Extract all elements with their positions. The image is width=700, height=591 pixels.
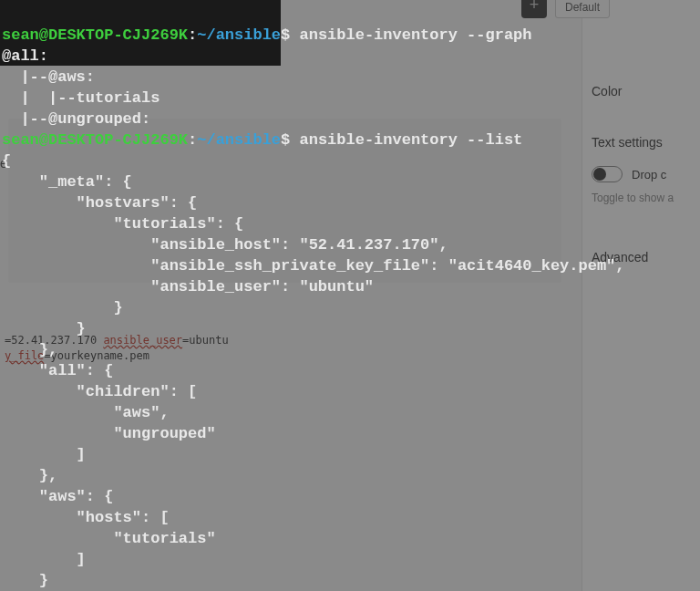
- default-button[interactable]: Default: [555, 0, 610, 18]
- code-error-underline: ansible_user: [103, 334, 182, 347]
- toggle-knob: [593, 168, 606, 181]
- doc-code-snippet: =52.41.237.170 ansible_user=ubuntu y_fil…: [5, 333, 229, 364]
- drop-cap-label: Drop c: [632, 168, 666, 181]
- code-text: =ubuntu: [182, 334, 229, 347]
- code-block-bg: [8, 119, 561, 283]
- toggle-description: Toggle to show a: [592, 192, 700, 204]
- settings-panel: Default Color Text settings Drop c Toggl…: [582, 0, 700, 591]
- advanced-section-label: Advanced: [592, 250, 700, 264]
- drop-cap-toggle[interactable]: [592, 166, 623, 182]
- document-background: e hosts file in my inventory folder whic…: [0, 0, 700, 591]
- add-block-button[interactable]: +: [521, 0, 547, 18]
- drop-cap-toggle-row: Drop c: [592, 166, 700, 182]
- code-text: =52.41.237.170: [5, 334, 103, 347]
- code-text: =yourkeyname.pem: [44, 349, 149, 362]
- color-section-label: Color: [592, 84, 700, 98]
- code-error-underline: y_file: [5, 349, 44, 362]
- plus-icon: +: [530, 0, 540, 17]
- text-settings-label: Text settings: [592, 135, 700, 150]
